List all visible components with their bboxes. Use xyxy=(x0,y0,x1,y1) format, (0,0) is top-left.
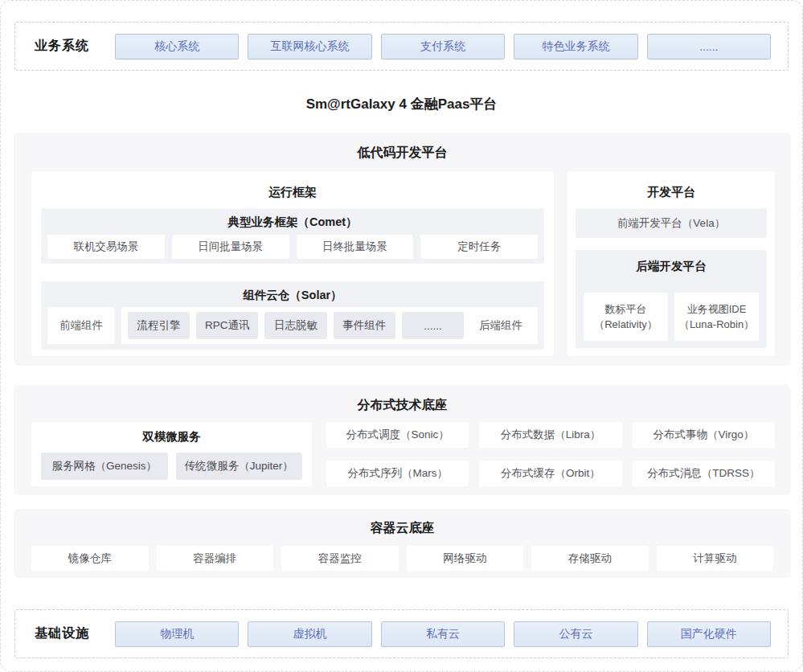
infra-box-private-cloud: 私有云 xyxy=(381,621,505,647)
business-system-box-internet-core: 互联网核心系统 xyxy=(248,34,371,59)
solar-pill-log-masking: 日志脱敏 xyxy=(264,312,326,339)
comet-item-scheduled-task: 定时任务 xyxy=(420,235,538,259)
relativity-line2: （Relativity） xyxy=(594,317,658,333)
lowcode-section: 低代码开发平台 运行框架 典型业务框架（Comet） 联机交易场景 日间批量场景… xyxy=(14,133,791,366)
business-systems-boxes: 核心系统 互联网核心系统 支付系统 特色业务系统 ...... xyxy=(115,34,788,59)
image-registry: 镜像仓库 xyxy=(31,546,149,571)
solar-items-row: 前端组件 流程引擎 RPC通讯 日志脱敏 事件组件 ...... 后端组件 xyxy=(47,307,538,344)
virgo-distributed-transaction: 分布式事物（Virgo） xyxy=(633,422,775,448)
business-system-box-special: 特色业务系统 xyxy=(514,34,637,59)
comet-framework-box: 典型业务框架（Comet） 联机交易场景 日间批量场景 日终批量场景 定时任务 xyxy=(41,208,544,264)
infra-box-domestic-hardware: 国产化硬件 xyxy=(647,621,771,647)
infra-box-physical-machine: 物理机 xyxy=(115,621,239,647)
solar-pill-rpc: RPC通讯 xyxy=(196,312,258,339)
dual-mode-microservice-panel: 双模微服务 服务网格（Genesis） 传统微服务（Jupiter） xyxy=(31,422,312,486)
business-system-box-more: ...... xyxy=(647,34,771,59)
container-cloud-items: 镜像仓库 容器编排 容器监控 网络驱动 存储驱动 计算驱动 xyxy=(31,546,773,571)
business-system-box-core: 核心系统 xyxy=(115,34,239,59)
container-monitoring: 容器监控 xyxy=(281,546,399,571)
compute-driver: 计算驱动 xyxy=(657,546,774,571)
solar-component-title: 组件云仓（Solar） xyxy=(41,281,544,303)
comet-item-online-trade: 联机交易场景 xyxy=(47,235,165,259)
backend-dev-box: 后端开发平台 数标平台 （Relativity） 业务视图IDE （Luna-R… xyxy=(576,250,767,348)
lowcode-section-title: 低代码开发平台 xyxy=(14,133,791,162)
solar-pill-more: ...... xyxy=(402,312,464,339)
solar-pill-process-engine: 流程引擎 xyxy=(128,312,190,339)
distributed-section: 分布式技术底座 双模微服务 服务网格（Genesis） 传统微服务（Jupite… xyxy=(14,385,791,495)
solar-frontend-component: 前端组件 xyxy=(47,307,115,344)
sonic-distributed-scheduling: 分布式调度（Sonic） xyxy=(326,422,469,448)
infrastructure-strip: 基础设施 物理机 虚拟机 私有云 公有云 国产化硬件 xyxy=(14,609,789,658)
infra-box-public-cloud: 公有云 xyxy=(514,621,637,647)
comet-framework-title: 典型业务框架（Comet） xyxy=(41,208,544,230)
luna-robin-business-view-ide: 业务视图IDE （Luna-Robin） xyxy=(674,293,759,341)
jupiter-traditional-microservice: 传统微服务（Jupiter） xyxy=(176,453,303,480)
runtime-framework-title: 运行框架 xyxy=(31,171,554,200)
dev-platform-panel: 开发平台 前端开发平台（Vela） 后端开发平台 数标平台 （Relativit… xyxy=(567,171,775,356)
vela-frontend-dev-box: 前端开发平台（Vela） xyxy=(576,208,767,238)
mars-distributed-sequence: 分布式序列（Mars） xyxy=(326,461,469,486)
solar-backend-component: 后端组件 xyxy=(470,318,531,333)
infra-box-virtual-machine: 虚拟机 xyxy=(248,621,371,647)
luna-robin-line2: （Luna-Robin） xyxy=(679,317,754,333)
relativity-line1: 数标平台 xyxy=(605,301,647,318)
dual-mode-items: 服务网格（Genesis） 传统微服务（Jupiter） xyxy=(41,453,302,480)
business-systems-label: 业务系统 xyxy=(15,38,115,55)
comet-item-intraday-batch: 日间批量场景 xyxy=(172,235,289,259)
distributed-section-title: 分布式技术底座 xyxy=(14,385,791,414)
container-cloud-section: 容器云底座 镜像仓库 容器编排 容器监控 网络驱动 存储驱动 计算驱动 xyxy=(14,509,791,578)
infrastructure-boxes: 物理机 虚拟机 私有云 公有云 国产化硬件 xyxy=(115,621,788,647)
architecture-diagram: 业务系统 核心系统 互联网核心系统 支付系统 特色业务系统 ...... Sm@… xyxy=(0,0,803,672)
infrastructure-label: 基础设施 xyxy=(15,625,115,642)
network-driver: 网络驱动 xyxy=(407,546,524,571)
genesis-service-mesh: 服务网格（Genesis） xyxy=(41,453,168,480)
backend-dev-title: 后端开发平台 xyxy=(576,250,767,274)
business-system-box-payment: 支付系统 xyxy=(381,34,505,59)
tdrss-distributed-message: 分布式消息（TDRSS） xyxy=(633,461,775,486)
solar-component-box: 组件云仓（Solar） 前端组件 流程引擎 RPC通讯 日志脱敏 事件组件 ..… xyxy=(41,281,544,350)
business-systems-strip: 业务系统 核心系统 互联网核心系统 支付系统 特色业务系统 ...... xyxy=(14,22,789,71)
luna-robin-line1: 业务视图IDE xyxy=(687,301,747,318)
solar-pill-event-component: 事件组件 xyxy=(334,312,395,339)
libra-distributed-data: 分布式数据（Libra） xyxy=(479,422,621,448)
container-cloud-title: 容器云底座 xyxy=(14,509,791,537)
relativity-data-platform: 数标平台 （Relativity） xyxy=(584,293,668,341)
platform-title: Sm@rtGalaxy 4 金融Paas平台 xyxy=(1,95,802,113)
distributed-grid: 分布式调度（Sonic） 分布式数据（Libra） 分布式事物（Virgo） 分… xyxy=(326,422,775,486)
solar-pill-strip: 流程引擎 RPC通讯 日志脱敏 事件组件 ...... 后端组件 xyxy=(121,307,538,344)
dual-mode-title: 双模微服务 xyxy=(31,422,312,445)
comet-item-eod-batch: 日终批量场景 xyxy=(297,235,414,259)
comet-items-row: 联机交易场景 日间批量场景 日终批量场景 定时任务 xyxy=(47,235,538,259)
dev-platform-title: 开发平台 xyxy=(567,171,775,200)
container-orchestration: 容器编排 xyxy=(157,546,274,571)
runtime-framework-panel: 运行框架 典型业务框架（Comet） 联机交易场景 日间批量场景 日终批量场景 … xyxy=(31,171,554,356)
storage-driver: 存储驱动 xyxy=(531,546,649,571)
backend-dev-items: 数标平台 （Relativity） 业务视图IDE （Luna-Robin） xyxy=(584,293,759,341)
orbit-distributed-cache: 分布式缓存（Orbit） xyxy=(479,461,621,486)
